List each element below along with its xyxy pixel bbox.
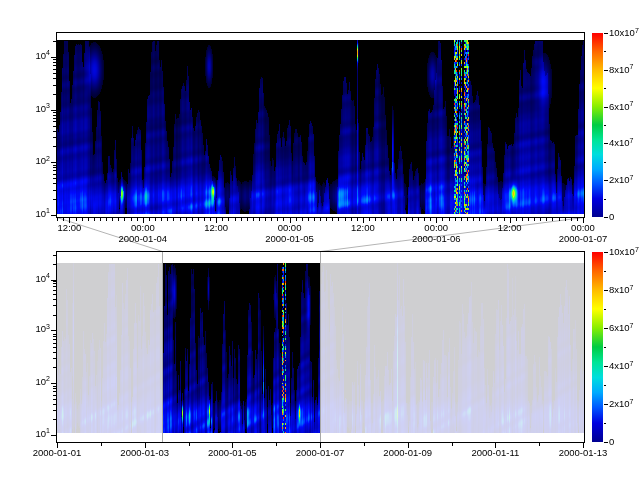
y-tick-major (51, 435, 56, 436)
y-tick-exponent: 2 (46, 155, 50, 162)
x-tick-minor (559, 218, 560, 221)
y-tick-exponent: 4 (46, 49, 50, 56)
y-tick-exponent: 4 (46, 272, 50, 279)
y-tick-minor (53, 69, 56, 70)
y-tick-minor (53, 131, 56, 132)
x-tick-label: 2000-01-09 (383, 448, 432, 459)
y-tick-minor (53, 137, 56, 138)
x-tick-label-line: 2000-01-01 (33, 448, 82, 459)
x-tick-label-line: 2000-01-11 (471, 448, 519, 459)
x-tick-minor (101, 443, 102, 446)
y-tick-minor (53, 347, 56, 348)
colorbar-tick-base: 6x10 (609, 101, 630, 112)
x-tick-minor (189, 443, 190, 446)
x-tick-minor (283, 218, 284, 221)
colorbar-tick-minor (604, 51, 606, 52)
x-tick-label-line: 00:00 (265, 223, 314, 234)
x-tick-minor (485, 218, 486, 221)
x-tick-label-line: 2000-01-07 (559, 234, 608, 245)
x-tick-minor (375, 218, 376, 221)
x-tick-minor (364, 443, 365, 446)
colorbar-tick-minor (604, 347, 606, 348)
x-tick-label-line: 12:00 (204, 223, 228, 234)
y-tick-minor (53, 352, 56, 353)
colorbar-tick-base: 10x10 (609, 246, 635, 257)
x-tick-label: 12:00 (58, 223, 82, 234)
x-tick-label: 2000-01-11 (471, 448, 519, 459)
x-tick-minor (418, 218, 419, 221)
y-tick-base: 10 (36, 155, 47, 166)
y-tick-minor (53, 78, 56, 79)
x-tick-minor (552, 218, 553, 221)
colorbar-tick-label: 0 (609, 211, 614, 224)
x-tick-minor (228, 218, 229, 221)
x-tick-minor (369, 218, 370, 221)
y-tick-minor (53, 339, 56, 340)
colorbar-tick-base: 2x10 (609, 174, 630, 185)
colorbar-tick-base: 10x10 (609, 27, 635, 38)
x-tick-minor (504, 218, 505, 221)
x-tick-minor (167, 218, 168, 221)
colorbar-tick-label: 8x107 (609, 284, 634, 297)
colorbar-tick-label: 10x107 (609, 246, 639, 259)
colorbar-tick-base: 6x10 (609, 322, 630, 333)
colorbar-tick-base: 8x10 (609, 284, 630, 295)
x-tick-label-line: 2000-01-13 (559, 448, 608, 459)
colorbar-tick-label: 6x107 (609, 101, 634, 114)
y-tick-minor (53, 264, 56, 265)
x-tick-minor (539, 443, 540, 446)
x-tick-minor (332, 218, 333, 221)
x-tick-minor (540, 218, 541, 221)
x-tick-label: 00:002000-01-06 (412, 223, 461, 244)
colorbar-tick-label: 4x107 (609, 360, 634, 373)
x-tick-label-line: 2000-01-05 (265, 234, 314, 245)
x-tick-minor (302, 218, 303, 221)
x-tick-minor (277, 218, 278, 221)
colorbar-tick-exponent: 7 (630, 322, 634, 329)
y-tick-minor (53, 41, 56, 42)
colorbar-tick-major (604, 252, 608, 253)
y-tick-minor (53, 170, 56, 171)
y-tick-minor (53, 121, 56, 122)
x-tick-minor (351, 218, 352, 221)
x-tick-label-line: 2000-01-04 (119, 234, 168, 245)
y-tick-exponent: 2 (46, 375, 50, 382)
x-tick-minor (118, 218, 119, 221)
x-tick-minor (82, 218, 83, 221)
y-tick-base: 10 (36, 50, 47, 61)
x-tick-minor (137, 218, 138, 221)
colorbar-tick-major (604, 107, 608, 108)
x-tick-label: 2000-01-07 (296, 448, 345, 459)
x-tick-label-line: 00:00 (559, 223, 608, 234)
x-tick-minor (88, 218, 89, 221)
y-tick-minor (53, 73, 56, 74)
x-tick-minor (253, 218, 254, 221)
colorbar-tick-minor (604, 125, 606, 126)
x-tick-label-line: 2000-01-03 (120, 448, 169, 459)
x-tick-minor (149, 218, 150, 221)
colorbar-tick-major (604, 290, 608, 291)
colorbar-tick-label: 2x107 (609, 398, 634, 411)
y-tick-label: 103 (18, 103, 50, 116)
y-tick-minor (53, 386, 56, 387)
x-tick-minor (534, 218, 535, 221)
y-tick-minor (53, 283, 56, 284)
y-tick-label: 103 (18, 323, 50, 336)
y-tick-minor (53, 286, 56, 287)
x-tick-label: 2000-01-01 (33, 448, 82, 459)
x-tick-minor (430, 218, 431, 221)
colorbar-tick-label: 10x107 (609, 27, 639, 40)
y-tick-minor (53, 167, 56, 168)
x-tick-minor (452, 443, 453, 446)
y-tick-major (51, 162, 56, 163)
colorbar-tick-base: 2x10 (609, 398, 630, 409)
x-tick-minor (479, 218, 480, 221)
x-tick-label-line: 12:00 (351, 223, 375, 234)
x-tick-minor (308, 218, 309, 221)
colorbar-tick-exponent: 7 (630, 100, 634, 107)
colorbar-tick-major (604, 366, 608, 367)
colorbar-tick-exponent: 7 (630, 63, 634, 70)
colorbar-tick-label: 8x107 (609, 64, 634, 77)
x-tick-label: 2000-01-05 (208, 448, 257, 459)
y-tick-base: 10 (36, 376, 47, 387)
